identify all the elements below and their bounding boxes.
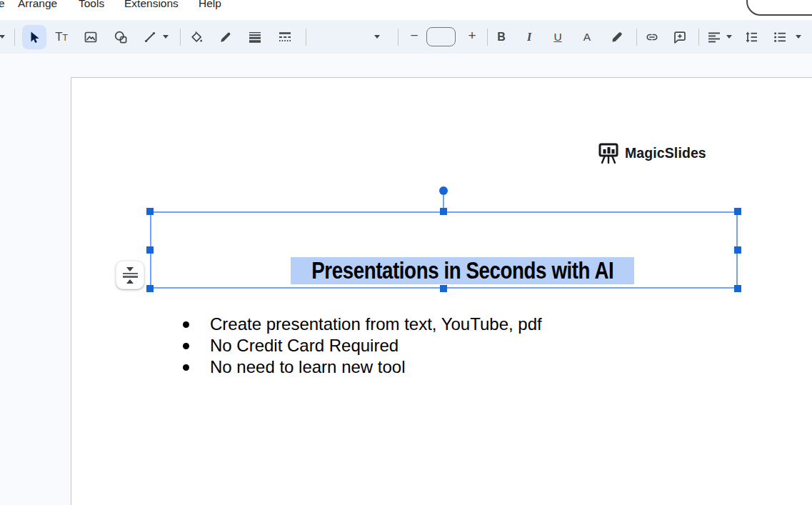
slide-title-text: Presentations in Seconds with AI	[311, 257, 613, 284]
insert-image-icon[interactable]	[84, 30, 98, 44]
handle-top-left[interactable]	[146, 208, 154, 215]
insert-link-icon[interactable]	[645, 30, 659, 44]
text-tool-button[interactable]: Tt	[54, 30, 69, 44]
menu-item-clipped[interactable]: e	[0, 0, 5, 11]
cursor-arrow-icon	[27, 30, 41, 44]
divider	[698, 29, 699, 46]
bullet-dot-icon	[183, 343, 189, 349]
align-icon[interactable]	[707, 30, 721, 44]
bullet-dot-icon	[183, 364, 189, 371]
triangle-up-icon	[126, 279, 134, 284]
align-caret-icon[interactable]	[726, 35, 732, 39]
divider	[14, 29, 15, 46]
text-color-button[interactable]: A	[579, 30, 595, 44]
logo[interactable]: MagicSlides	[597, 141, 706, 165]
border-color-icon[interactable]	[219, 30, 233, 44]
italic-button[interactable]: I	[521, 30, 537, 44]
slide-page[interactable]: MagicSlides Presentations in Seconds wit…	[71, 77, 812, 505]
divider	[636, 29, 637, 46]
select-tool-button[interactable]	[22, 25, 46, 49]
menu-item-extensions[interactable]: Extensions	[124, 0, 179, 11]
autofit-line	[123, 276, 138, 278]
list-item[interactable]: Create presentation from text, YouTube, …	[183, 314, 697, 335]
line-tool-caret-icon[interactable]	[163, 35, 169, 39]
insert-shape-icon[interactable]	[114, 30, 128, 44]
bullet-list[interactable]: Create presentation from text, YouTube, …	[183, 314, 697, 378]
handle-middle-right[interactable]	[734, 246, 741, 254]
bulleted-list-icon[interactable]	[773, 30, 787, 44]
menu-bar: e Arrange Tools Extensions Help	[0, 0, 812, 20]
handle-middle-left[interactable]	[146, 246, 154, 254]
handle-top-right[interactable]	[734, 208, 741, 215]
toolbar-overflow-caret-icon[interactable]	[0, 35, 5, 39]
bullet-text: No Credit Card Required	[210, 335, 399, 356]
divider	[487, 29, 488, 46]
list-item[interactable]: No need to learn new tool	[183, 356, 697, 378]
font-family-caret-icon[interactable]	[374, 35, 380, 39]
bullet-dot-icon	[183, 321, 189, 328]
insert-line-icon[interactable]	[143, 30, 157, 44]
handle-top-middle[interactable]	[440, 208, 447, 215]
triangle-down-icon	[126, 267, 134, 271]
list-item[interactable]: No Credit Card Required	[183, 335, 697, 356]
menu-item-help[interactable]: Help	[199, 0, 221, 11]
bold-button[interactable]: B	[493, 30, 509, 44]
divider	[398, 29, 399, 46]
add-comment-icon[interactable]	[673, 30, 687, 44]
increase-font-size-button[interactable]: +	[464, 29, 480, 43]
list-caret-icon[interactable]	[796, 35, 801, 39]
autofit-button[interactable]	[116, 261, 144, 289]
highlight-color-icon[interactable]	[610, 30, 624, 44]
bullet-text: No need to learn new tool	[210, 356, 406, 378]
menu-item-arrange[interactable]: Arrange	[18, 0, 57, 11]
underline-button[interactable]: U	[550, 30, 566, 44]
decrease-font-size-button[interactable]: −	[406, 29, 422, 43]
logo-text: MagicSlides	[625, 145, 706, 161]
logo-easel-icon	[597, 141, 620, 165]
font-size-input[interactable]	[426, 27, 456, 46]
slide-title[interactable]: Presentations in Seconds with AI	[291, 257, 634, 284]
handle-bottom-middle[interactable]	[440, 285, 447, 292]
line-spacing-icon[interactable]	[744, 30, 758, 44]
menu-item-tools[interactable]: Tools	[79, 0, 104, 11]
toolbar: Tt − + B I U A	[0, 20, 812, 54]
autofit-line	[123, 273, 138, 275]
rotation-handle[interactable]	[439, 186, 448, 195]
divider	[180, 29, 181, 46]
handle-bottom-right[interactable]	[734, 285, 741, 292]
border-dash-icon[interactable]	[278, 30, 292, 44]
divider	[306, 29, 306, 46]
slideshow-button-partial[interactable]	[746, 0, 812, 16]
handle-bottom-left[interactable]	[146, 285, 154, 292]
border-weight-icon[interactable]	[248, 30, 262, 44]
fill-color-icon[interactable]	[189, 30, 204, 44]
bullet-text: Create presentation from text, YouTube, …	[210, 314, 542, 335]
